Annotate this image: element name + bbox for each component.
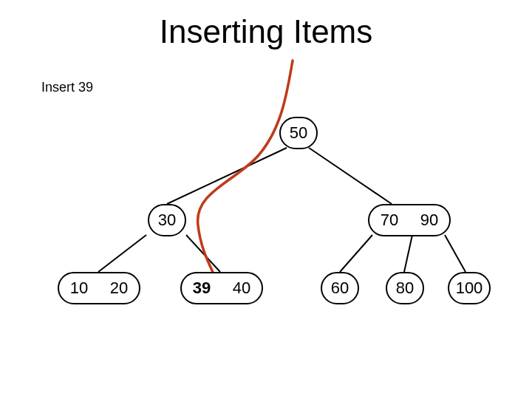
node-value-inserted: 39 (182, 279, 222, 298)
svg-line-4 (340, 235, 372, 272)
svg-line-5 (404, 235, 412, 272)
svg-line-0 (167, 148, 287, 204)
node-value: 80 (387, 279, 423, 298)
tree-edges (0, 0, 532, 399)
node-value: 40 (222, 279, 262, 298)
insertion-path-arrow (0, 0, 532, 399)
node-value: 60 (322, 279, 358, 298)
svg-line-6 (445, 235, 466, 272)
svg-line-1 (309, 148, 392, 204)
tree-node-70-90: 70 90 (368, 204, 451, 236)
tree-leaf-60: 60 (321, 272, 359, 304)
node-value: 70 (369, 211, 409, 230)
svg-line-2 (98, 235, 146, 272)
node-value: 30 (149, 211, 185, 230)
tree-leaf-39-40: 39 40 (180, 272, 263, 304)
insert-annotation: Insert 39 (41, 80, 93, 95)
tree-leaf-80: 80 (386, 272, 424, 304)
node-value: 50 (281, 123, 316, 143)
node-value: 100 (449, 279, 489, 298)
node-value: 20 (99, 279, 139, 298)
tree-root-node: 50 (279, 117, 318, 149)
tree-leaf-10-20: 10 20 (58, 272, 140, 304)
node-value: 90 (409, 211, 449, 230)
page-title: Inserting Items (0, 13, 532, 50)
tree-leaf-100: 100 (448, 272, 491, 304)
tree-node-30: 30 (148, 204, 186, 236)
svg-line-3 (186, 235, 220, 272)
node-value: 10 (59, 279, 99, 298)
